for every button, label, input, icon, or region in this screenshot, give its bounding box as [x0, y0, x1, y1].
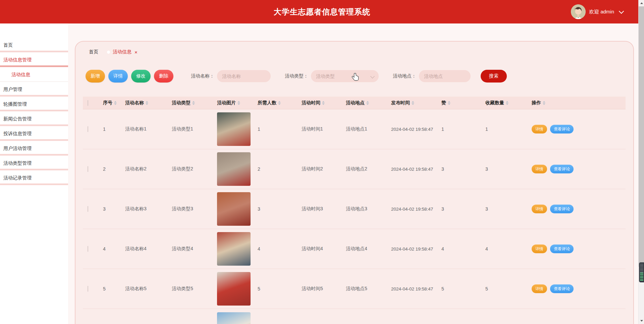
sidebar: 首页活动信息管理活动信息用户管理轮播图管理新闻公告管理投诉信息管理用户活动管理活… [0, 23, 68, 324]
sort-desc-icon[interactable] [192, 103, 195, 105]
sort-carets-icon[interactable] [506, 101, 508, 105]
row-view-comments-button[interactable]: 查看评论 [550, 125, 574, 133]
sort-desc-icon[interactable] [366, 103, 369, 105]
sidebar-item-首页[interactable]: 首页 [0, 38, 68, 52]
新增-button[interactable]: 新增 [86, 70, 105, 83]
sort-carets-icon[interactable] [366, 101, 369, 105]
row-detail-button[interactable]: 详情 [532, 245, 547, 253]
删除-button[interactable]: 删除 [154, 70, 173, 83]
tab-活动信息[interactable]: 活动信息 [113, 49, 131, 55]
row-view-comments-button[interactable]: 查看评论 [550, 245, 574, 253]
column-header-活动地点[interactable]: 活动地点 [341, 100, 386, 106]
sidebar-item-活动信息[interactable]: 活动信息 [0, 67, 68, 82]
sort-asc-icon[interactable] [543, 101, 545, 103]
scrollbar-thumb[interactable] [639, 6, 644, 267]
avatar[interactable] [571, 4, 586, 19]
sort-asc-icon[interactable] [114, 101, 117, 103]
sort-desc-icon[interactable] [322, 103, 325, 105]
sort-desc-icon[interactable] [412, 103, 414, 105]
sidebar-item-新闻公告管理[interactable]: 新闻公告管理 [0, 111, 68, 126]
activity-image[interactable] [217, 232, 251, 266]
row-checkbox[interactable] [88, 126, 88, 132]
search-button[interactable]: 搜索 [481, 70, 507, 83]
row-detail-button[interactable]: 详情 [532, 205, 547, 213]
column-header-活动类型[interactable]: 活动类型 [167, 100, 212, 106]
cell-publish-time: 2024-04-02 19:58:47 [386, 284, 437, 294]
row-detail-button[interactable]: 详情 [532, 165, 547, 173]
column-header-发布时间[interactable]: 发布时间 [386, 100, 437, 106]
activity-image[interactable] [217, 112, 251, 146]
cell-operations: 详情查看评论 [527, 125, 626, 133]
activity-name-input[interactable] [217, 70, 271, 82]
sort-desc-icon[interactable] [114, 103, 117, 105]
scrollbar-up-arrow[interactable] [639, 0, 644, 6]
sidebar-item-轮播图管理[interactable]: 轮播图管理 [0, 97, 68, 111]
sidebar-item-用户活动管理[interactable]: 用户活动管理 [0, 141, 68, 156]
row-detail-button[interactable]: 详情 [532, 125, 547, 133]
column-header-所需人数[interactable]: 所需人数 [253, 100, 297, 106]
sort-asc-icon[interactable] [192, 101, 195, 103]
tab-首页[interactable]: 首页 [89, 49, 98, 55]
sort-carets-icon[interactable] [448, 101, 450, 105]
column-header-赞[interactable]: 赞 [437, 100, 481, 106]
user-menu[interactable]: 欢迎 admin [571, 0, 623, 23]
close-icon[interactable]: × [135, 50, 138, 55]
sort-carets-icon[interactable] [237, 101, 240, 105]
row-view-comments-button[interactable]: 查看评论 [550, 165, 574, 173]
column-header-收藏数量[interactable]: 收藏数量 [481, 100, 527, 106]
activity-image[interactable] [217, 192, 251, 226]
row-checkbox[interactable] [88, 286, 88, 292]
row-detail-button[interactable]: 详情 [532, 284, 547, 293]
column-header-序号[interactable]: 序号 [98, 100, 120, 106]
row-checkbox[interactable] [88, 246, 88, 252]
scrollbar-down-arrow[interactable] [639, 318, 644, 324]
sidebar-item-活动记录管理[interactable]: 活动记录管理 [0, 170, 68, 185]
sidebar-item-投诉信息管理[interactable]: 投诉信息管理 [0, 126, 68, 141]
column-header-活动名称[interactable]: 活动名称 [120, 100, 167, 106]
activity-place-input[interactable] [419, 70, 471, 82]
sort-carets-icon[interactable] [192, 101, 195, 105]
sidebar-item-活动类型管理[interactable]: 活动类型管理 [0, 156, 68, 170]
activity-image[interactable] [217, 312, 251, 324]
sort-desc-icon[interactable] [278, 103, 281, 105]
column-header-活动图片[interactable]: 活动图片 [212, 100, 253, 106]
sort-asc-icon[interactable] [366, 101, 369, 103]
sort-carets-icon[interactable] [278, 101, 281, 105]
sort-asc-icon[interactable] [322, 101, 325, 103]
sort-carets-icon[interactable] [412, 101, 414, 105]
sort-asc-icon[interactable] [506, 101, 508, 103]
column-header-活动时间[interactable]: 活动时间 [297, 100, 341, 106]
activity-type-select[interactable] [311, 70, 379, 82]
sort-carets-icon[interactable] [543, 101, 545, 105]
row-view-comments-button[interactable]: 查看评论 [550, 205, 574, 213]
activity-image[interactable] [217, 272, 251, 306]
activity-image[interactable] [217, 152, 251, 186]
sort-asc-icon[interactable] [237, 101, 240, 103]
sort-desc-icon[interactable] [543, 103, 545, 105]
sort-asc-icon[interactable] [448, 101, 450, 103]
cell-activity-place: 活动地点1 [341, 126, 386, 132]
row-view-comments-button[interactable]: 查看评论 [550, 284, 574, 293]
sidebar-item-活动信息管理[interactable]: 活动信息管理 [0, 52, 68, 67]
sort-carets-icon[interactable] [146, 101, 148, 105]
activity-type-select-input[interactable] [311, 70, 379, 82]
详情-button[interactable]: 详情 [108, 70, 128, 83]
row-checkbox[interactable] [88, 166, 88, 172]
column-header-操作[interactable]: 操作 [527, 100, 626, 106]
sort-asc-icon[interactable] [146, 101, 148, 103]
sort-asc-icon[interactable] [278, 101, 281, 103]
修改-button[interactable]: 修改 [131, 70, 151, 83]
sort-desc-icon[interactable] [146, 103, 148, 105]
sidebar-item-用户管理[interactable]: 用户管理 [0, 82, 68, 97]
select-all-checkbox[interactable] [88, 100, 88, 106]
cell-activity-place: 活动地点4 [341, 246, 386, 252]
sort-asc-icon[interactable] [412, 101, 414, 103]
sort-desc-icon[interactable] [506, 103, 508, 105]
sort-carets-icon[interactable] [114, 101, 117, 105]
sort-desc-icon[interactable] [237, 103, 240, 105]
welcome-text: 欢迎 admin [589, 9, 614, 15]
sort-carets-icon[interactable] [322, 101, 325, 105]
sort-desc-icon[interactable] [448, 103, 450, 105]
cell-likes: 4 [437, 246, 481, 252]
row-checkbox[interactable] [88, 206, 88, 212]
